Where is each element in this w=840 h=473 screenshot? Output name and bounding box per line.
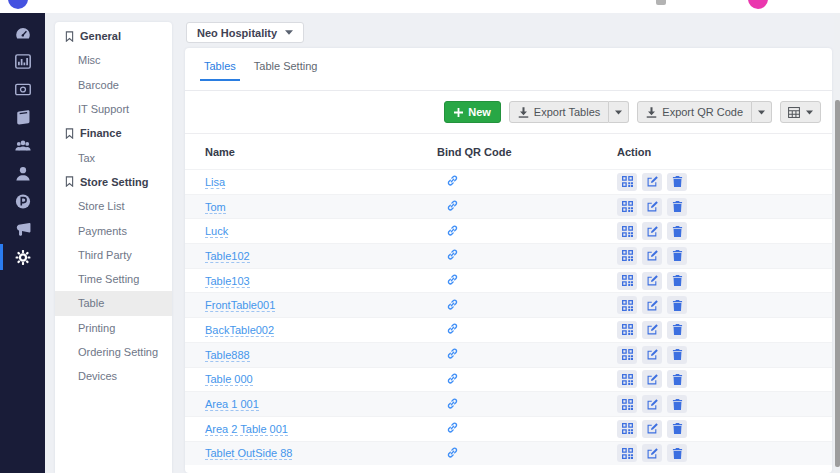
delete-button[interactable] — [667, 247, 687, 265]
sidebar-item-store-list[interactable]: Store List — [55, 194, 172, 218]
user-avatar[interactable] — [748, 0, 768, 9]
table-name-link[interactable]: BackTable002 — [205, 324, 274, 337]
delete-button[interactable] — [667, 395, 687, 413]
bind-qr-link-icon[interactable] — [447, 274, 458, 285]
view-qr-button[interactable] — [617, 296, 637, 314]
sidebar-item-payments[interactable]: Payments — [55, 218, 172, 242]
sidebar-item-ordering-setting[interactable]: Ordering Setting — [55, 340, 172, 364]
edit-button[interactable] — [642, 346, 662, 364]
edit-button[interactable] — [642, 370, 662, 388]
view-qr-button[interactable] — [617, 395, 637, 413]
view-qr-button[interactable] — [617, 370, 637, 388]
delete-button[interactable] — [667, 296, 687, 314]
sidebar-item-table[interactable]: Table — [55, 291, 172, 315]
dashboard-icon[interactable] — [0, 19, 45, 47]
delete-button[interactable] — [667, 198, 687, 216]
table-name-link[interactable]: Tablet OutSide 88 — [205, 447, 292, 460]
caret-down-icon — [758, 110, 765, 115]
view-qr-button[interactable] — [617, 321, 637, 339]
sidebar-item-tax[interactable]: Tax — [55, 145, 172, 169]
view-qr-button[interactable] — [617, 420, 637, 438]
sidebar-item-printing[interactable]: Printing — [55, 316, 172, 340]
delete-button[interactable] — [667, 272, 687, 290]
bind-qr-link-icon[interactable] — [447, 175, 458, 186]
view-qr-button[interactable] — [617, 444, 637, 462]
edit-button[interactable] — [642, 296, 662, 314]
new-button[interactable]: New — [444, 101, 501, 123]
column-visibility-button[interactable] — [780, 101, 821, 123]
delete-button[interactable] — [667, 321, 687, 339]
sidebar-item-misc[interactable]: Misc — [55, 48, 172, 72]
view-qr-button[interactable] — [617, 222, 637, 240]
bind-qr-link-icon[interactable] — [447, 200, 458, 211]
menu-section-finance[interactable]: Finance — [55, 121, 172, 145]
bind-qr-link-icon[interactable] — [447, 323, 458, 334]
table-row: Table888 — [185, 342, 832, 367]
sidebar-item-it-support[interactable]: IT Support — [55, 97, 172, 121]
export-tables-button[interactable]: Export Tables — [509, 101, 609, 123]
delete-button[interactable] — [667, 420, 687, 438]
delete-button[interactable] — [667, 222, 687, 240]
export-qr-button[interactable]: Export QR Code — [637, 101, 752, 123]
export-qr-dropdown[interactable] — [752, 101, 772, 123]
book-icon[interactable] — [0, 103, 45, 131]
megaphone-icon[interactable] — [0, 215, 45, 243]
users-group-icon[interactable] — [0, 131, 45, 159]
bind-qr-link-icon[interactable] — [447, 225, 458, 236]
bind-qr-link-icon[interactable] — [447, 422, 458, 433]
table-name-link[interactable]: FrontTable001 — [205, 299, 275, 312]
table-name-link[interactable]: Lisa — [205, 176, 225, 189]
menu-section-store-setting[interactable]: Store Setting — [55, 170, 172, 194]
table-name-link[interactable]: Table102 — [205, 250, 250, 263]
table-name-link[interactable]: Area 1 001 — [205, 398, 259, 411]
delete-button[interactable] — [667, 173, 687, 191]
bind-qr-link-icon[interactable] — [447, 299, 458, 310]
table-name-link[interactable]: Luck — [205, 225, 228, 238]
table-name-link[interactable]: Table888 — [205, 349, 250, 362]
settings-gear-icon[interactable] — [0, 243, 45, 271]
edit-button[interactable] — [642, 444, 662, 462]
store-selector[interactable]: Neo Hospitality — [186, 22, 304, 43]
app-logo-icon[interactable] — [8, 0, 28, 9]
delete-button[interactable] — [667, 444, 687, 462]
topbar-icon[interactable] — [656, 0, 666, 5]
bind-qr-link-icon[interactable] — [447, 348, 458, 359]
tab-tables[interactable]: Tables — [200, 60, 240, 81]
edit-button[interactable] — [642, 173, 662, 191]
sidebar-item-time-setting[interactable]: Time Setting — [55, 267, 172, 291]
menu-section-general[interactable]: General — [55, 24, 172, 48]
scrollbar-thumb[interactable] — [835, 100, 840, 467]
edit-button[interactable] — [642, 198, 662, 216]
delete-button[interactable] — [667, 346, 687, 364]
table-name-link[interactable]: Tom — [205, 201, 226, 214]
table-name-link[interactable]: Table103 — [205, 275, 250, 288]
sidebar-item-devices[interactable]: Devices — [55, 364, 172, 388]
bind-qr-link-icon[interactable] — [447, 249, 458, 260]
edit-button[interactable] — [642, 321, 662, 339]
bind-qr-link-icon[interactable] — [447, 398, 458, 409]
sidebar-item-third-party[interactable]: Third Party — [55, 243, 172, 267]
bind-qr-link-icon[interactable] — [447, 373, 458, 384]
bar-chart-icon[interactable] — [0, 47, 45, 75]
sidebar-item-barcode[interactable]: Barcode — [55, 73, 172, 97]
export-tables-dropdown[interactable] — [609, 101, 629, 123]
edit-button[interactable] — [642, 247, 662, 265]
table-name-link[interactable]: Area 2 Table 001 — [205, 423, 288, 436]
edit-button[interactable] — [642, 222, 662, 240]
chevron-down-icon — [285, 30, 293, 35]
tab-table-setting[interactable]: Table Setting — [250, 60, 322, 81]
money-bill-icon[interactable] — [0, 75, 45, 103]
view-qr-button[interactable] — [617, 272, 637, 290]
table-name-link[interactable]: Table 000 — [205, 373, 253, 386]
bind-qr-link-icon[interactable] — [447, 447, 458, 458]
delete-button[interactable] — [667, 370, 687, 388]
p-badge-icon[interactable] — [0, 187, 45, 215]
edit-button[interactable] — [642, 272, 662, 290]
user-icon[interactable] — [0, 159, 45, 187]
edit-button[interactable] — [642, 395, 662, 413]
view-qr-button[interactable] — [617, 247, 637, 265]
view-qr-button[interactable] — [617, 198, 637, 216]
view-qr-button[interactable] — [617, 173, 637, 191]
edit-button[interactable] — [642, 420, 662, 438]
view-qr-button[interactable] — [617, 346, 637, 364]
